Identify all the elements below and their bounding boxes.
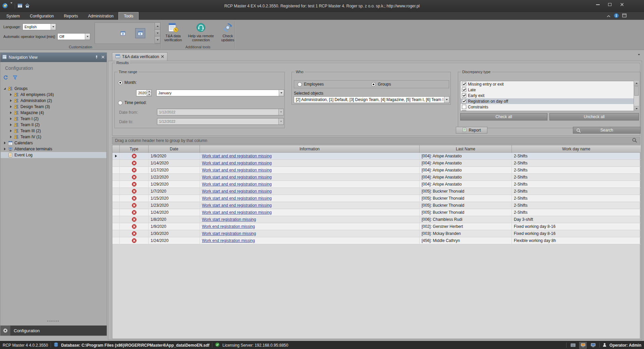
table-row[interactable]: 1/7/2020Work start and end registration … [112, 188, 640, 195]
spinner-up-icon[interactable] [147, 90, 151, 93]
app-icon[interactable] [2, 3, 8, 10]
maximize-button[interactable] [604, 0, 616, 9]
tree-item-magazine-4[interactable]: Magazine (4) [1, 110, 106, 116]
expand-icon[interactable] [9, 105, 13, 108]
expand-icon[interactable] [3, 148, 7, 150]
tree-item-groups[interactable]: Groups [1, 86, 106, 92]
information-link[interactable]: Work start and end registration missing [202, 203, 272, 208]
column-header-last-name[interactable]: Last Name [420, 145, 512, 153]
panel-splitter-handle[interactable]: •••••• [0, 319, 107, 323]
menu-tab-tools[interactable]: Tools [118, 12, 139, 20]
tool-button-help-via-remote-connection[interactable]: Help via remote connection [186, 21, 216, 42]
checkbox[interactable] [462, 105, 466, 109]
table-row[interactable]: 1/9/2020Work end registration missing[00… [112, 223, 640, 230]
app-menu-chevron-icon[interactable] [10, 4, 12, 8]
information-link[interactable]: Work start and end registration missing [202, 154, 272, 158]
quick-access-home-icon[interactable] [25, 3, 30, 9]
menu-tab-system[interactable]: System [1, 12, 25, 20]
tree-item-administration-2[interactable]: Administration (2) [1, 98, 106, 104]
table-row[interactable]: 1/8/2020Work start registration missing[… [112, 216, 640, 223]
checkbox[interactable] [462, 88, 466, 92]
information-link[interactable]: Work start and end registration missing [202, 189, 272, 194]
menu-tab-reports[interactable]: Reports [59, 12, 83, 20]
column-header-type[interactable]: Type [120, 145, 149, 153]
information-link[interactable]: Work start registration missing [202, 231, 256, 236]
menu-tab-administration[interactable]: Administration [83, 12, 118, 20]
scrollbar-thumb[interactable] [634, 86, 639, 96]
employees-radio[interactable] [298, 82, 302, 87]
terminal-active-icon[interactable] [579, 342, 587, 349]
uncheck-all-button[interactable]: Uncheck all [549, 113, 639, 120]
logout-select[interactable]: Off [57, 33, 90, 40]
minimize-button[interactable] [592, 0, 604, 9]
gallery-scroll-down-button[interactable] [155, 30, 160, 37]
checkbox[interactable] [462, 82, 466, 86]
nav-bottom-bar[interactable]: Configuration [0, 326, 107, 336]
table-row[interactable]: 1/24/2020Work start and end registration… [112, 209, 640, 216]
information-link[interactable]: Work start registration missing [202, 217, 256, 222]
menu-tab-configuration[interactable]: Configuration [25, 12, 59, 20]
table-row[interactable]: 1/23/2020Work start and end registration… [112, 202, 640, 209]
tree-item-calendars[interactable]: Calendars [1, 140, 106, 146]
close-button[interactable] [616, 0, 628, 9]
table-row[interactable]: 1/24/2020Work end registration missing[4… [112, 237, 640, 244]
gallery-scroll-up-button[interactable] [155, 23, 160, 30]
scroll-up-icon[interactable] [634, 81, 639, 86]
tree-item-design-team-3[interactable]: Design Team (3) [1, 104, 106, 110]
check-all-button[interactable]: Check all [460, 113, 547, 120]
spinner-down-icon[interactable] [147, 93, 151, 96]
pin-icon[interactable] [95, 55, 99, 60]
checkbox[interactable] [462, 93, 466, 98]
selected-objects-select[interactable]: [2] Administration, [1] Default, [3] Des… [294, 96, 449, 103]
tree-item-attendance-terminals[interactable]: Attendance terminals [1, 146, 106, 152]
information-link[interactable]: Work start and end registration missing [202, 196, 272, 201]
month-radio[interactable] [118, 81, 122, 85]
keyboard-icon[interactable] [569, 342, 577, 349]
expand-icon[interactable] [3, 142, 7, 144]
information-link[interactable]: Work start and end registration missing [202, 175, 272, 180]
table-row[interactable]: 1/15/2020Work start and end registration… [112, 195, 640, 202]
tree-item-team-i-2[interactable]: Team I (2) [1, 116, 106, 122]
close-panel-icon[interactable] [101, 55, 105, 60]
information-link[interactable]: Work start and end registration missing [202, 161, 272, 165]
gallery-dropdown-button[interactable] [155, 37, 160, 44]
groups-radio[interactable] [371, 82, 376, 87]
information-link[interactable]: Work end registration missing [202, 224, 255, 229]
information-link[interactable]: Work start and end registration missing [202, 168, 272, 172]
expand-icon[interactable] [9, 117, 13, 120]
group-by-bar[interactable]: Drag a column header here to group by th… [112, 137, 640, 144]
expand-icon[interactable] [9, 99, 13, 102]
tool-button-t-a-data-verification[interactable]: T&A data verification [162, 21, 184, 42]
tab-list-chevron-icon[interactable] [638, 55, 640, 60]
collapse-icon[interactable] [3, 88, 7, 90]
year-spinner[interactable]: 2020 [136, 90, 152, 96]
time-period-radio[interactable] [118, 101, 122, 105]
month-select[interactable]: January [156, 90, 284, 96]
grid-search-icon[interactable] [632, 138, 637, 144]
tab-ta-data-verification[interactable]: T&A data verification [112, 52, 167, 61]
discrepancy-scrollbar[interactable] [634, 81, 639, 111]
discrepancy-item-missing-entry-or-exit[interactable]: Missing entry or exit [461, 81, 639, 87]
table-row[interactable]: 1/29/2020Work start and end registration… [112, 181, 640, 188]
quick-access-table-icon[interactable] [17, 3, 22, 9]
expand-icon[interactable] [9, 111, 13, 114]
discrepancy-item-registration-on-day-off[interactable]: Registration on day off [461, 98, 639, 104]
search-button[interactable]: Search [573, 127, 641, 134]
table-row[interactable]: 1/30/2020Work start registration missing… [112, 230, 640, 237]
tree-item-all-employees-16[interactable]: All employees (16) [1, 92, 106, 98]
refresh-icon[interactable] [3, 75, 8, 81]
table-row[interactable]: 1/17/2020Work start and end registration… [112, 167, 640, 174]
discrepancy-item-early-exit[interactable]: Early exit [461, 93, 639, 98]
information-link[interactable]: Work start and end registration missing [202, 210, 272, 215]
tree-item-team-iii-2[interactable]: Team III (2) [1, 128, 106, 134]
window-icon[interactable] [622, 13, 627, 18]
report-button[interactable]: Report [456, 127, 487, 134]
table-row[interactable]: 1/22/2020Work start and end registration… [112, 174, 640, 181]
table-row[interactable]: 1/9/2020Work start and end registration … [112, 153, 640, 160]
scroll-down-icon[interactable] [634, 106, 639, 111]
table-row[interactable]: 1/14/2020Work start and end registration… [112, 160, 640, 167]
language-select[interactable]: English [22, 23, 56, 30]
tab-close-icon[interactable] [161, 54, 164, 59]
discrepancy-item-constraints[interactable]: Constraints [461, 104, 639, 110]
monitor-icon[interactable] [589, 342, 597, 349]
